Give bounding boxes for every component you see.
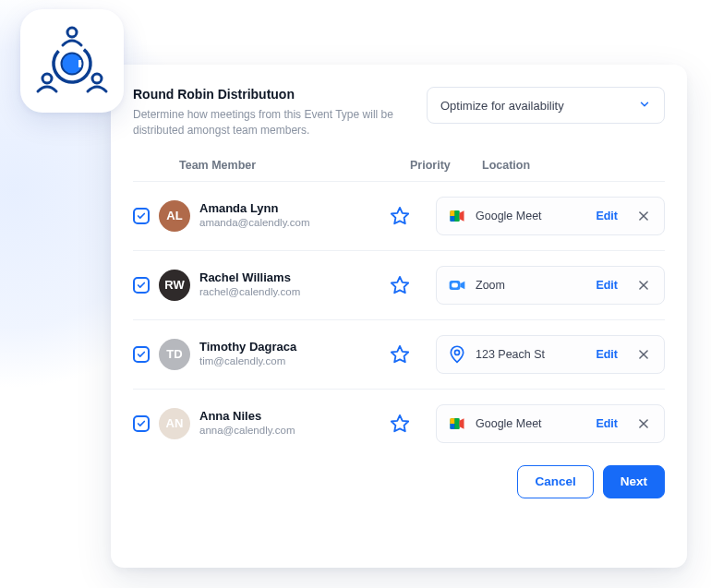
col-team-member: Team Member <box>179 159 410 172</box>
remove-location-button[interactable] <box>633 205 655 227</box>
location-chip: 123 Peach St Edit <box>436 335 665 374</box>
svg-marker-14 <box>392 276 408 292</box>
priority-star[interactable] <box>364 206 436 226</box>
round-robin-icon <box>32 21 112 101</box>
svg-point-4 <box>67 28 77 37</box>
cancel-button[interactable]: Cancel <box>517 465 593 498</box>
svg-rect-11 <box>455 210 460 222</box>
chevron-down-icon <box>638 98 651 114</box>
location-text: Zoom <box>476 279 581 292</box>
member-email: amanda@calendly.com <box>199 215 310 230</box>
svg-point-6 <box>92 74 102 83</box>
member-row: TD Timothy Dagraca tim@calendly.com 123 … <box>133 320 665 390</box>
address-icon <box>448 345 466 364</box>
svg-rect-26 <box>451 424 455 429</box>
remove-location-button[interactable] <box>633 413 655 435</box>
member-cell: AL Amanda Lynn amanda@calendly.com <box>159 200 364 232</box>
member-cell: AN Anna Niles anna@calendly.com <box>159 408 364 439</box>
col-priority: Priority <box>410 159 482 172</box>
member-cell: TD Timothy Dagraca tim@calendly.com <box>159 339 364 370</box>
location-text: 123 Peach St <box>476 348 581 361</box>
remove-location-button[interactable] <box>633 274 655 296</box>
location-chip: Zoom Edit <box>436 266 665 305</box>
svg-point-5 <box>42 74 52 83</box>
priority-star[interactable] <box>364 275 436 295</box>
location-text: Google Meet <box>476 210 581 222</box>
edit-location-button[interactable]: Edit <box>590 275 623 295</box>
svg-marker-19 <box>392 345 408 361</box>
member-checkbox[interactable] <box>133 208 150 224</box>
location-chip: Google Meet Edit <box>436 404 665 443</box>
optimize-select-label: Optimize for availability <box>440 99 564 113</box>
remove-location-button[interactable] <box>633 343 655 366</box>
distribution-card: Round Robin Distributuon Determine how m… <box>111 65 687 568</box>
priority-star[interactable] <box>364 414 436 434</box>
member-row: AL Amanda Lynn amanda@calendly.com Googl… <box>133 182 665 251</box>
svg-marker-23 <box>392 414 408 430</box>
next-button[interactable]: Next <box>603 465 665 498</box>
avatar: RW <box>159 270 190 301</box>
member-row: AN Anna Niles anna@calendly.com Google M… <box>133 390 665 458</box>
priority-star[interactable] <box>364 344 436 365</box>
member-checkbox[interactable] <box>133 415 150 432</box>
edit-location-button[interactable]: Edit <box>590 206 623 226</box>
member-name: Rachel Williams <box>199 270 300 285</box>
member-email: tim@calendly.com <box>199 354 296 368</box>
edit-location-button[interactable]: Edit <box>590 344 623 365</box>
location-text: Google Meet <box>476 417 581 430</box>
member-cell: RW Rachel Williams rachel@calendly.com <box>159 270 364 301</box>
round-robin-logo-badge <box>20 9 124 113</box>
google-meet-icon <box>448 207 466 225</box>
location-chip: Google Meet Edit <box>436 197 665 235</box>
member-email: anna@calendly.com <box>199 423 295 438</box>
svg-rect-10 <box>451 216 455 222</box>
svg-rect-27 <box>455 418 460 429</box>
avatar: TD <box>159 339 190 370</box>
member-checkbox[interactable] <box>133 277 150 294</box>
svg-point-20 <box>455 350 460 354</box>
svg-rect-25 <box>451 418 455 424</box>
zoom-icon <box>448 276 466 294</box>
col-location: Location <box>482 159 659 172</box>
avatar: AN <box>159 408 190 439</box>
optimize-select[interactable]: Optimize for availability <box>427 87 665 124</box>
member-checkbox[interactable] <box>133 346 150 363</box>
member-name: Anna Niles <box>199 409 295 424</box>
card-title: Round Robin Distributuon <box>133 87 408 102</box>
edit-location-button[interactable]: Edit <box>590 414 623 434</box>
card-description: Determine how meetings from this Event T… <box>133 107 408 138</box>
member-email: rachel@calendly.com <box>199 284 300 299</box>
member-name: Amanda Lynn <box>199 201 310 216</box>
svg-rect-16 <box>452 282 458 287</box>
google-meet-icon <box>448 414 466 433</box>
svg-rect-9 <box>451 210 455 216</box>
member-row: RW Rachel Williams rachel@calendly.com Z… <box>133 251 665 320</box>
avatar: AL <box>159 200 190 232</box>
member-list: AL Amanda Lynn amanda@calendly.com Googl… <box>133 182 665 458</box>
member-name: Timothy Dagraca <box>199 340 296 354</box>
svg-marker-7 <box>392 207 408 222</box>
